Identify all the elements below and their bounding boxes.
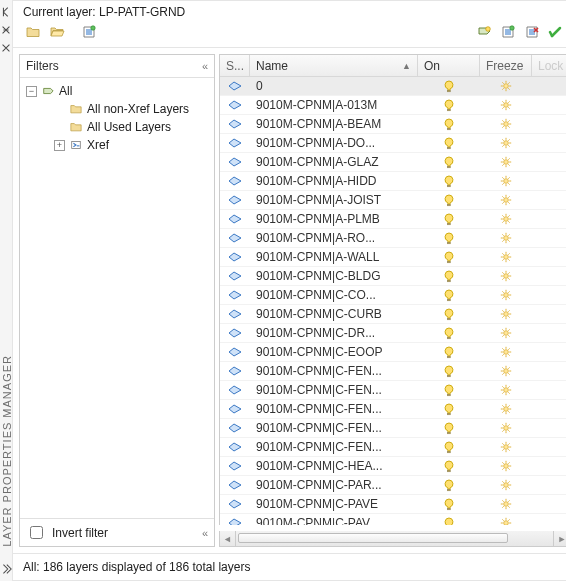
- layer-row[interactable]: 9010M-CPNM|C-PAR...: [220, 476, 566, 495]
- layer-states-manager-button[interactable]: [79, 23, 99, 41]
- col-lock[interactable]: Lock: [532, 55, 566, 76]
- layer-on-toggle[interactable]: [418, 174, 480, 188]
- tree-twisty-icon[interactable]: +: [54, 140, 65, 151]
- layer-freeze-toggle[interactable]: [480, 364, 532, 378]
- dock-close-icon[interactable]: [0, 42, 12, 54]
- layer-rows[interactable]: 09010M-CPNM|A-013M9010M-CPNM|A-BEAM9010M…: [220, 77, 566, 525]
- layer-on-toggle[interactable]: [418, 345, 480, 359]
- layer-on-toggle[interactable]: [418, 440, 480, 454]
- invert-filter-checkbox[interactable]: Invert filter: [26, 523, 108, 542]
- new-layer-button[interactable]: [474, 23, 494, 41]
- set-current-layer-button[interactable]: [546, 23, 566, 41]
- layer-on-toggle[interactable]: [418, 478, 480, 492]
- col-freeze[interactable]: Freeze: [480, 55, 532, 76]
- layer-row[interactable]: 9010M-CPNM|C-FEN...: [220, 362, 566, 381]
- layer-freeze-toggle[interactable]: [480, 345, 532, 359]
- layer-on-toggle[interactable]: [418, 307, 480, 321]
- layer-row[interactable]: 9010M-CPNM|A-RO...: [220, 229, 566, 248]
- layer-row[interactable]: 9010M-CPNM|C-PAVE: [220, 495, 566, 514]
- scroll-left-icon[interactable]: ◄: [220, 531, 236, 546]
- layer-row[interactable]: 9010M-CPNM|C-FEN...: [220, 419, 566, 438]
- layer-freeze-toggle[interactable]: [480, 193, 532, 207]
- dock-left-icon[interactable]: [0, 6, 12, 18]
- layer-freeze-toggle[interactable]: [480, 402, 532, 416]
- new-property-filter-button[interactable]: [23, 23, 43, 41]
- new-group-filter-button[interactable]: [47, 23, 67, 41]
- dock-collapse-icon[interactable]: [0, 563, 12, 575]
- layer-row[interactable]: 9010M-CPNM|C-FEN...: [220, 381, 566, 400]
- layer-freeze-toggle[interactable]: [480, 155, 532, 169]
- layer-on-toggle[interactable]: [418, 269, 480, 283]
- filters-collapse-button[interactable]: «: [202, 60, 208, 72]
- layer-row[interactable]: 9010M-CPNM|A-BEAM: [220, 115, 566, 134]
- layer-on-toggle[interactable]: [418, 79, 480, 93]
- layer-on-toggle[interactable]: [418, 288, 480, 302]
- layer-row[interactable]: 9010M-CPNM|C-FEN...: [220, 438, 566, 457]
- filter-tree-item[interactable]: −All: [22, 82, 212, 100]
- layer-freeze-toggle[interactable]: [480, 231, 532, 245]
- layer-on-toggle[interactable]: [418, 421, 480, 435]
- layer-on-toggle[interactable]: [418, 117, 480, 131]
- layer-row[interactable]: 9010M-CPNM|C-HEA...: [220, 457, 566, 476]
- filter-tree-item[interactable]: All Used Layers: [22, 118, 212, 136]
- tree-twisty-icon[interactable]: −: [26, 86, 37, 97]
- filters-expand-button[interactable]: «: [202, 527, 208, 539]
- column-headers[interactable]: S... Name ▲ On Freeze Lock: [220, 55, 566, 77]
- layer-row[interactable]: 9010M-CPNM|A-JOIST: [220, 191, 566, 210]
- layer-freeze-toggle[interactable]: [480, 326, 532, 340]
- layer-row[interactable]: 9010M-CPNM|C-DR...: [220, 324, 566, 343]
- layer-freeze-toggle[interactable]: [480, 307, 532, 321]
- col-status[interactable]: S...: [220, 55, 250, 76]
- layer-on-toggle[interactable]: [418, 231, 480, 245]
- layer-on-toggle[interactable]: [418, 250, 480, 264]
- dock-pin-icon[interactable]: [0, 24, 12, 36]
- scroll-right-icon[interactable]: ►: [553, 531, 566, 546]
- layer-on-toggle[interactable]: [418, 516, 480, 525]
- layer-on-toggle[interactable]: [418, 383, 480, 397]
- col-name[interactable]: Name ▲: [250, 55, 418, 76]
- layer-on-toggle[interactable]: [418, 193, 480, 207]
- layer-freeze-toggle[interactable]: [480, 497, 532, 511]
- layer-freeze-toggle[interactable]: [480, 459, 532, 473]
- layer-on-toggle[interactable]: [418, 98, 480, 112]
- layer-freeze-toggle[interactable]: [480, 212, 532, 226]
- layer-freeze-toggle[interactable]: [480, 383, 532, 397]
- layer-freeze-toggle[interactable]: [480, 478, 532, 492]
- layer-freeze-toggle[interactable]: [480, 117, 532, 131]
- layer-row[interactable]: 9010M-CPNM|C-PAV...: [220, 514, 566, 525]
- layer-freeze-toggle[interactable]: [480, 174, 532, 188]
- layer-on-toggle[interactable]: [418, 402, 480, 416]
- filter-tree-item[interactable]: +Xref: [22, 136, 212, 154]
- layer-freeze-toggle[interactable]: [480, 421, 532, 435]
- layer-row[interactable]: 9010M-CPNM|C-CURB: [220, 305, 566, 324]
- layer-row[interactable]: 0: [220, 77, 566, 96]
- layer-freeze-toggle[interactable]: [480, 79, 532, 93]
- layer-row[interactable]: 9010M-CPNM|C-FEN...: [220, 400, 566, 419]
- layer-freeze-toggle[interactable]: [480, 516, 532, 525]
- layer-freeze-toggle[interactable]: [480, 136, 532, 150]
- invert-filter-input[interactable]: [30, 526, 43, 539]
- col-on[interactable]: On: [418, 55, 480, 76]
- layer-row[interactable]: 9010M-CPNM|A-GLAZ: [220, 153, 566, 172]
- layer-row[interactable]: 9010M-CPNM|A-HIDD: [220, 172, 566, 191]
- horizontal-scrollbar[interactable]: ◄ ►: [219, 531, 566, 547]
- layer-on-toggle[interactable]: [418, 155, 480, 169]
- scroll-thumb[interactable]: [238, 533, 508, 543]
- layer-row[interactable]: 9010M-CPNM|A-WALL: [220, 248, 566, 267]
- layer-on-toggle[interactable]: [418, 364, 480, 378]
- layer-row[interactable]: 9010M-CPNM|A-013M: [220, 96, 566, 115]
- layer-row[interactable]: 9010M-CPNM|A-DO...: [220, 134, 566, 153]
- layer-on-toggle[interactable]: [418, 497, 480, 511]
- layer-freeze-toggle[interactable]: [480, 288, 532, 302]
- layer-row[interactable]: 9010M-CPNM|C-BLDG: [220, 267, 566, 286]
- filter-tree-item[interactable]: All non-Xref Layers: [22, 100, 212, 118]
- layer-on-toggle[interactable]: [418, 459, 480, 473]
- layer-freeze-toggle[interactable]: [480, 98, 532, 112]
- delete-layer-button[interactable]: [522, 23, 542, 41]
- layer-row[interactable]: 9010M-CPNM|C-EOOP: [220, 343, 566, 362]
- layer-on-toggle[interactable]: [418, 212, 480, 226]
- filter-tree[interactable]: −AllAll non-Xref LayersAll Used Layers+X…: [20, 78, 214, 518]
- layer-on-toggle[interactable]: [418, 136, 480, 150]
- layer-row[interactable]: 9010M-CPNM|C-CO...: [220, 286, 566, 305]
- layer-on-toggle[interactable]: [418, 326, 480, 340]
